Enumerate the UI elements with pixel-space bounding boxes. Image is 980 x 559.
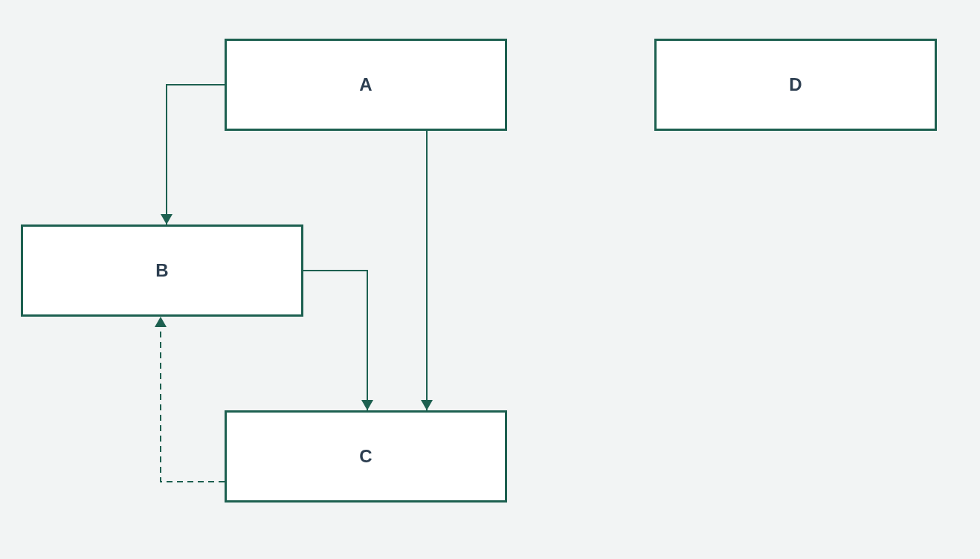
node-b: B [21, 224, 303, 317]
arrowhead-b-to-c [361, 400, 373, 410]
arrowhead-c-to-b [155, 317, 167, 327]
node-c-label: C [359, 446, 372, 467]
edge-c-to-b [161, 317, 225, 482]
arrowhead-a-to-c [421, 400, 433, 410]
node-c: C [225, 410, 507, 503]
edge-a-to-b [167, 85, 225, 224]
node-d: D [654, 39, 937, 131]
arrowhead-a-to-b [161, 214, 173, 224]
diagram-canvas: A B C D [0, 0, 980, 559]
node-a-label: A [359, 74, 372, 95]
edge-b-to-c [303, 271, 367, 410]
node-d-label: D [789, 74, 802, 95]
node-a: A [225, 39, 507, 131]
node-b-label: B [155, 260, 168, 281]
